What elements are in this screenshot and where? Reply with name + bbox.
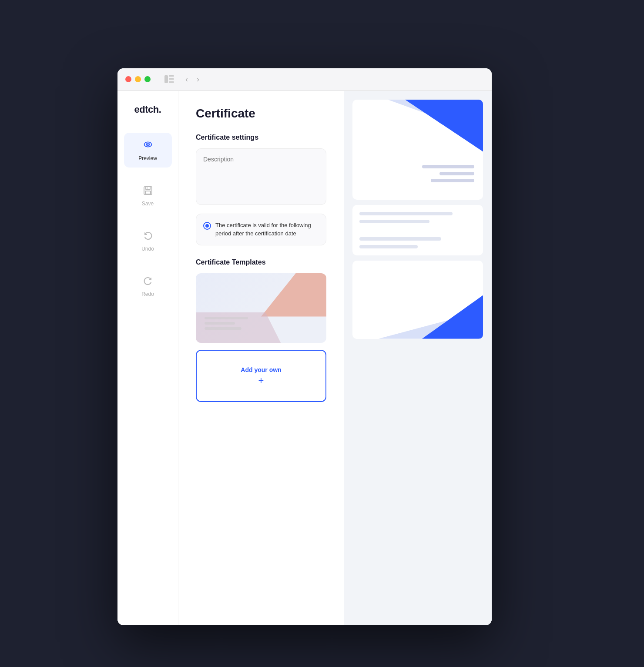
redo-icon (143, 276, 153, 288)
certificate-templates-section: Certificate Templates Add your own + (196, 258, 326, 402)
forward-arrow[interactable]: › (194, 74, 202, 85)
sidebar-item-preview[interactable]: Preview (124, 133, 172, 168)
svg-rect-2 (169, 78, 174, 80)
close-button[interactable] (125, 76, 131, 82)
undo-label: Undo (141, 246, 154, 252)
template-line-3 (205, 327, 242, 330)
info-line-3 (359, 237, 441, 241)
title-bar: ‹ › (117, 68, 492, 91)
save-label: Save (142, 201, 154, 207)
validity-radio-option[interactable]: The certificate is valid for the followi… (196, 214, 326, 245)
info-line-2 (359, 220, 429, 223)
preview-blue-triangle (405, 100, 483, 152)
info-line-1 (359, 212, 453, 215)
settings-section-title: Certificate settings (196, 134, 326, 141)
minimize-button[interactable] (135, 76, 141, 82)
add-own-label: Add your own (241, 366, 281, 373)
svg-rect-1 (169, 75, 174, 77)
template-diagonal-1 (261, 273, 326, 317)
templates-section-title: Certificate Templates (196, 258, 326, 266)
main-content: Certificate Certificate settings The cer… (178, 91, 344, 625)
maximize-button[interactable] (144, 76, 151, 82)
undo-icon (143, 231, 153, 243)
nav-arrows: ‹ › (183, 74, 202, 85)
sidebar-item-redo[interactable]: Redo (124, 270, 172, 303)
template-lines (205, 317, 248, 330)
preview-line-3 (431, 179, 474, 182)
preview-panel (344, 91, 492, 625)
svg-rect-3 (169, 81, 174, 83)
sidebar: edtch. Preview (117, 91, 178, 625)
preview-cert-bottom (352, 261, 483, 339)
eye-icon (142, 139, 154, 153)
validity-radio-text: The certificate is valid for the followi… (215, 221, 319, 238)
svg-rect-0 (164, 75, 168, 83)
app-logo: edtch. (134, 104, 161, 115)
svg-rect-8 (146, 187, 150, 190)
add-own-plus: + (258, 376, 264, 385)
template-line-2 (205, 322, 235, 325)
add-own-template-button[interactable]: Add your own + (196, 350, 326, 402)
info-spacer (359, 228, 476, 233)
preview-info-block (352, 205, 483, 255)
svg-point-6 (147, 144, 148, 145)
browser-window: ‹ › edtch. Preview (117, 68, 492, 625)
redo-label: Redo (141, 291, 154, 297)
preview-cert-lines (422, 165, 474, 182)
save-icon (143, 186, 153, 198)
preview-line-1 (422, 165, 474, 168)
app-body: edtch. Preview (117, 91, 492, 625)
description-input[interactable] (196, 148, 326, 205)
svg-rect-9 (145, 191, 151, 194)
template-card-1[interactable] (196, 273, 326, 343)
traffic-lights (125, 76, 151, 82)
info-line-4 (359, 245, 418, 248)
radio-button[interactable] (203, 222, 211, 230)
sidebar-toggle-button[interactable] (164, 75, 174, 83)
template-line-1 (205, 317, 248, 319)
certificate-settings-section: Certificate settings The certificate is … (196, 134, 326, 245)
page-title: Certificate (196, 107, 326, 121)
sidebar-item-undo[interactable]: Undo (124, 225, 172, 258)
preview-label: Preview (138, 155, 157, 161)
back-arrow[interactable]: ‹ (183, 74, 191, 85)
preview-line-2 (439, 172, 474, 175)
sidebar-item-save[interactable]: Save (124, 180, 172, 213)
preview-cert-top (352, 100, 483, 200)
